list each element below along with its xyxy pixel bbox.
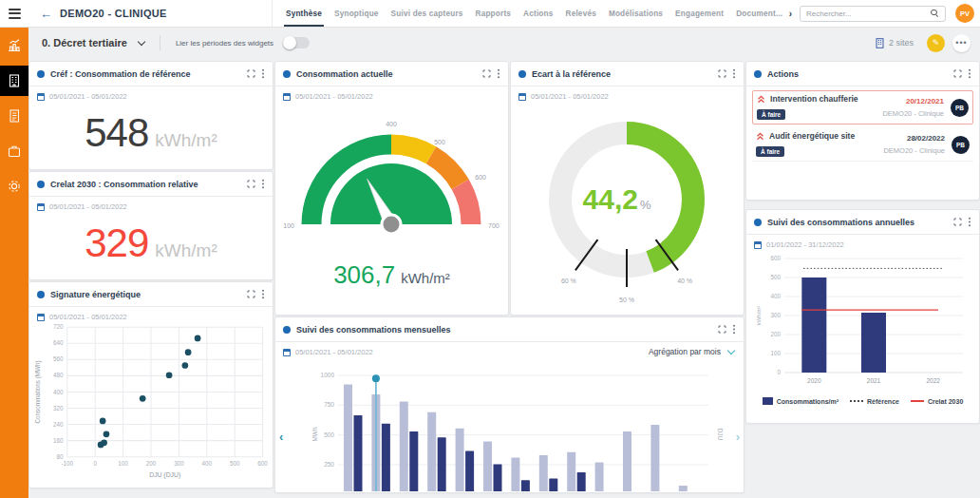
kebab-menu-icon[interactable] <box>968 68 971 79</box>
aggregation-dropdown[interactable]: Agrégation par mois <box>649 347 734 356</box>
link-widgets-label: Lier les périodes des widgets <box>176 39 273 48</box>
action-item[interactable]: Audit énergétique siteÀ faire28/02/2022D… <box>752 128 973 162</box>
actions-list: Intervention chaufferieÀ faire20/12/2021… <box>746 90 979 162</box>
action-site: DEMO20 - Clinique <box>882 109 944 118</box>
legend-item: Crelat 2030 <box>911 398 963 405</box>
status-badge: À faire <box>757 109 785 120</box>
widget-dot-icon <box>37 70 45 78</box>
legend-item: Consommations/m² <box>763 397 839 405</box>
back-arrow-icon[interactable]: ← <box>40 8 52 20</box>
aggregation-label: Agrégation par mois <box>649 347 721 356</box>
gauge-value: 306,7 kWh/m² <box>275 260 508 290</box>
calendar-icon <box>37 314 45 321</box>
sidebar-item-sites[interactable] <box>0 66 28 96</box>
legend-swatch-icon <box>763 397 773 405</box>
tab-bar: SynthèseSynoptiqueSuivi des capteursRapp… <box>272 0 787 27</box>
action-due-date: 28/02/2022 <box>883 134 945 143</box>
svg-text:2022: 2022 <box>926 377 940 384</box>
search-icon[interactable] <box>931 10 939 18</box>
card-title: Ecart à la référence <box>532 69 712 79</box>
kebab-menu-icon[interactable] <box>732 68 736 79</box>
card-title: Actions <box>767 69 948 79</box>
kebab-menu-icon[interactable] <box>497 68 500 79</box>
tab-actions[interactable]: Actions <box>523 0 553 27</box>
expand-icon[interactable] <box>953 69 962 78</box>
more-options-button[interactable]: ••• <box>952 34 971 52</box>
search-input[interactable]: Rechercher... <box>800 6 946 22</box>
sidebar-item-settings[interactable] <box>0 171 28 201</box>
tab-engagement[interactable]: Engagement <box>675 0 724 27</box>
card-title: Créf : Consommation de référence <box>50 69 241 79</box>
next-period-arrow[interactable]: › <box>736 430 740 444</box>
svg-text:400: 400 <box>53 389 64 395</box>
tab-document-[interactable]: Document... <box>736 0 782 27</box>
date-range-picker[interactable]: 05/01/2021 - 05/01/2022 <box>29 197 273 213</box>
sidebar-item-projects[interactable] <box>0 136 28 166</box>
card-title: Signature énergétique <box>50 290 241 299</box>
search-placeholder: Rechercher... <box>806 10 852 18</box>
kebab-menu-icon[interactable] <box>261 179 265 189</box>
svg-text:100: 100 <box>118 460 128 467</box>
kebab-menu-icon[interactable] <box>261 289 265 299</box>
assignee-avatar[interactable]: PB <box>951 99 969 117</box>
action-item[interactable]: Intervention chaufferieÀ faire20/12/2021… <box>752 90 973 124</box>
svg-text:1000: 1000 <box>321 372 335 378</box>
assignee-avatar[interactable]: PB <box>952 136 970 154</box>
svg-text:400: 400 <box>770 293 781 299</box>
svg-text:100: 100 <box>770 350 781 356</box>
sidebar-item-analytics[interactable] <box>0 30 28 61</box>
svg-text:640: 640 <box>53 339 64 346</box>
expand-icon[interactable] <box>482 69 491 78</box>
sites-count-label: 2 sites <box>889 38 914 48</box>
monthly-consumption-chart: 2505007501000MWhDJU <box>289 360 730 491</box>
dashboard-toolbar: 0. Décret tertiaire Lier les périodes de… <box>28 27 980 59</box>
svg-text:200: 200 <box>770 331 781 337</box>
edit-dashboard-button[interactable]: ✎ <box>927 34 945 52</box>
tab-rapports[interactable]: Rapports <box>476 0 512 27</box>
calendar-icon <box>518 93 526 101</box>
hamburger-menu-icon[interactable] <box>0 0 28 27</box>
tab-synoptique[interactable]: Synoptique <box>334 0 379 27</box>
card-actions: Actions Intervention chaufferieÀ faire20… <box>745 61 980 201</box>
calendar-icon <box>754 241 762 249</box>
tab-mod-lisations[interactable]: Modélisations <box>609 0 663 27</box>
user-avatar[interactable]: PV <box>955 4 974 23</box>
card-ecart-reference: Ecart à la référence 05/01/2021 - 05/01/… <box>510 61 744 316</box>
card-consommations-mensuelles: Suivi des consommations mensuelles 05/01… <box>274 316 744 493</box>
expand-icon[interactable] <box>247 69 255 78</box>
metric-value: 329 kWh/m² <box>29 220 273 266</box>
dashboard-selector[interactable]: 0. Décret tertiaire <box>42 37 127 48</box>
expand-icon[interactable] <box>953 218 962 226</box>
date-range-picker[interactable]: 05/01/2021 - 05/01/2022 <box>511 86 744 103</box>
svg-text:720: 720 <box>53 323 64 330</box>
status-badge: À faire <box>756 146 784 157</box>
tabs-overflow-chevron-icon[interactable]: › <box>789 9 792 19</box>
prev-period-arrow[interactable]: ‹ <box>279 430 283 444</box>
date-range-picker[interactable]: 01/01/2022 - 31/12/2022 <box>746 235 979 251</box>
svg-text:400: 400 <box>386 121 397 127</box>
tab-synth-se[interactable]: Synthèse <box>286 0 322 27</box>
svg-text:300: 300 <box>174 460 184 467</box>
page-title: DEMO20 - CLINIQUE <box>60 8 167 19</box>
date-range-picker[interactable]: 05/01/2021 - 05/01/2022 <box>29 307 273 323</box>
expand-icon[interactable] <box>718 69 726 78</box>
metric-value: 548 kWh/m² <box>29 110 273 156</box>
svg-text:kWh/m²: kWh/m² <box>756 306 762 326</box>
date-range-picker[interactable]: 05/01/2021 - 05/01/2022 <box>29 86 273 103</box>
kebab-menu-icon[interactable] <box>261 68 265 79</box>
chevron-down-icon[interactable] <box>138 38 145 46</box>
widget-dot-icon <box>518 70 526 78</box>
tab-suivi-des-capteurs[interactable]: Suivi des capteurs <box>391 0 463 27</box>
expand-icon[interactable] <box>247 290 255 298</box>
link-widgets-toggle[interactable] <box>283 37 310 48</box>
kebab-menu-icon[interactable] <box>732 324 736 335</box>
date-range-picker[interactable]: 05/01/2021 - 05/01/2022 <box>275 86 508 103</box>
kebab-menu-icon[interactable] <box>968 217 971 227</box>
tab-relev-s[interactable]: Relevés <box>566 0 596 27</box>
expand-icon[interactable] <box>718 325 726 334</box>
svg-text:160: 160 <box>53 437 64 444</box>
svg-text:44,2: 44,2 <box>583 183 638 215</box>
svg-text:600: 600 <box>770 255 781 261</box>
sidebar-item-reports[interactable] <box>0 101 28 131</box>
expand-icon[interactable] <box>247 180 255 188</box>
